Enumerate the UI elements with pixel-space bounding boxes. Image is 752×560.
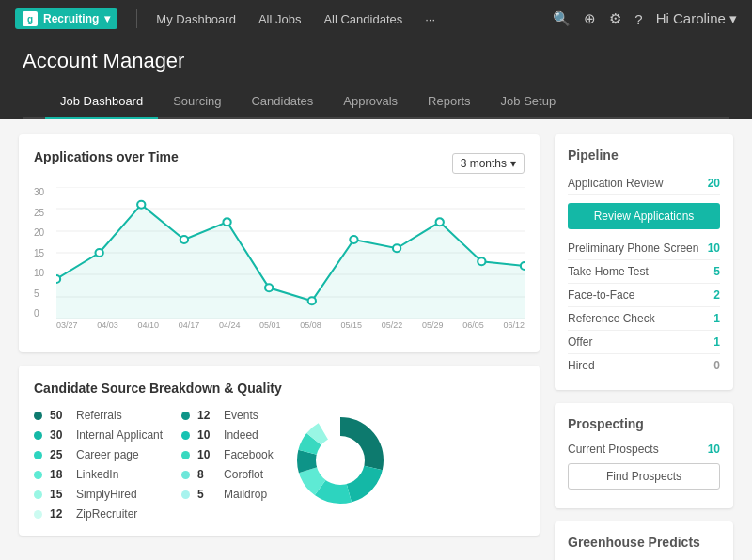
source-breakdown-card: Candidate Source Breakdown & Quality 50 … <box>19 366 540 536</box>
time-period-select[interactable]: 3 months ▾ <box>452 153 525 174</box>
svg-point-19 <box>521 262 525 270</box>
svg-point-10 <box>137 201 145 209</box>
svg-point-13 <box>265 284 273 291</box>
chevron-down-icon: ▾ <box>510 157 516 170</box>
pipeline-rows: Application Review 20 Review Application… <box>568 172 720 377</box>
svg-point-18 <box>478 257 485 265</box>
source-label: Coroflot <box>224 468 263 481</box>
source-number: 30 <box>50 428 69 442</box>
source-item: 8 Coroflot <box>181 468 274 481</box>
applications-chart-card: Applications over Time 3 months ▾ 30 25 … <box>19 134 540 352</box>
pipeline-card: Pipeline Application Review 20 Review Ap… <box>555 134 733 390</box>
brand-dropdown-icon[interactable]: ▾ <box>104 12 110 25</box>
donut-chart <box>289 409 392 512</box>
add-icon[interactable]: ⊕ <box>584 10 596 27</box>
brand-name: Recruiting <box>43 12 99 25</box>
help-icon[interactable]: ? <box>634 11 642 27</box>
nav-links: My Dashboard All Jobs All Candidates ··· <box>152 8 439 30</box>
nav-all-jobs[interactable]: All Jobs <box>255 8 306 30</box>
time-period-label: 3 months <box>461 157 507 170</box>
right-panel: Pipeline Application Review 20 Review Ap… <box>555 134 733 560</box>
pipeline-row-offer: Offer 1 <box>568 331 720 354</box>
tab-approvals[interactable]: Approvals <box>328 85 413 119</box>
pipeline-row-phone-screen: Preliminary Phone Screen 10 <box>568 237 720 260</box>
tab-reports[interactable]: Reports <box>413 85 486 119</box>
svg-point-27 <box>316 436 365 485</box>
source-label: Career page <box>76 448 139 461</box>
main-content: Applications over Time 3 months ▾ 30 25 … <box>0 119 752 560</box>
chart-header: Applications over Time 3 months ▾ <box>34 149 525 178</box>
source-col-2: 12 Events 10 Indeed 10 Facebook 8 Corofl… <box>181 409 274 521</box>
prospecting-card: Prospecting Current Prospects 10 Find Pr… <box>555 403 733 508</box>
pipeline-row-reference-check: Reference Check 1 <box>568 307 720 331</box>
source-dot <box>34 412 42 420</box>
source-title: Candidate Source Breakdown & Quality <box>34 381 525 396</box>
source-item: 30 Internal Applicant <box>34 428 163 442</box>
top-nav: g Recruiting ▾ My Dashboard All Jobs All… <box>0 0 752 38</box>
chart-svg-area <box>56 187 525 319</box>
svg-point-11 <box>180 236 188 243</box>
nav-all-candidates[interactable]: All Candidates <box>320 8 406 30</box>
svg-point-8 <box>56 275 60 283</box>
pipeline-row-take-home: Take Home Test 5 <box>568 260 720 284</box>
line-chart-svg <box>56 187 525 319</box>
source-columns: 50 Referrals 30 Internal Applicant 25 Ca… <box>34 409 274 521</box>
search-icon[interactable]: 🔍 <box>553 10 571 27</box>
source-label: Facebook <box>224 448 274 461</box>
svg-point-12 <box>223 218 230 226</box>
source-item: 12 Events <box>181 409 274 422</box>
source-item: 50 Referrals <box>34 409 163 422</box>
tab-candidates[interactable]: Candidates <box>236 85 328 119</box>
prospecting-title: Prospecting <box>568 416 720 431</box>
source-col-1: 50 Referrals 30 Internal Applicant 25 Ca… <box>34 409 163 521</box>
source-number: 10 <box>197 448 216 461</box>
source-item: 5 Maildrop <box>181 488 274 501</box>
greenhouse-icon: g <box>23 11 38 26</box>
tab-bar: Job Dashboard Sourcing Candidates Approv… <box>23 85 729 119</box>
source-item: 10 Facebook <box>181 448 274 461</box>
source-number: 15 <box>50 488 69 501</box>
source-dot <box>181 412 190 420</box>
page-header: Account Manager Job Dashboard Sourcing C… <box>0 38 752 119</box>
source-number: 8 <box>197 468 216 481</box>
nav-actions: 🔍 ⊕ ⚙ ? Hi Caroline ▾ <box>553 10 737 27</box>
source-label: SimplyHired <box>76 488 137 501</box>
nav-separator <box>136 9 137 28</box>
source-dot <box>34 431 42 440</box>
source-dot <box>34 490 42 499</box>
brand-logo[interactable]: g Recruiting ▾ <box>15 8 118 29</box>
source-number: 25 <box>50 448 69 461</box>
current-prospects-row: Current Prospects 10 <box>568 441 720 458</box>
pipeline-row-hired: Hired 0 <box>568 354 720 377</box>
chart-container: 30 25 20 15 10 5 0 <box>34 187 525 337</box>
pipeline-title: Pipeline <box>568 148 720 163</box>
source-grid: 50 Referrals 30 Internal Applicant 25 Ca… <box>34 409 525 521</box>
find-prospects-button[interactable]: Find Prospects <box>568 463 720 490</box>
nav-my-dashboard[interactable]: My Dashboard <box>152 8 240 30</box>
source-dot <box>34 510 42 519</box>
svg-point-9 <box>96 249 103 257</box>
tab-job-setup[interactable]: Job Setup <box>486 85 572 119</box>
source-number: 12 <box>197 409 216 422</box>
user-menu[interactable]: Hi Caroline ▾ <box>656 10 737 27</box>
pipeline-row-face-to-face: Face-to-Face 2 <box>568 284 720 307</box>
predicts-title: Greenhouse Predicts <box>568 535 720 550</box>
nav-more[interactable]: ··· <box>421 8 439 30</box>
source-dot <box>34 471 42 479</box>
source-label: Maildrop <box>224 488 267 501</box>
x-axis-labels: 03/27 04/03 04/10 04/17 04/24 05/01 05/0… <box>56 320 525 337</box>
left-panel: Applications over Time 3 months ▾ 30 25 … <box>19 134 540 560</box>
source-number: 10 <box>197 428 216 442</box>
source-item: 18 LinkedIn <box>34 468 163 481</box>
settings-icon[interactable]: ⚙ <box>609 10 621 27</box>
svg-point-16 <box>393 244 400 252</box>
review-applications-button[interactable]: Review Applications <box>568 203 720 229</box>
tab-job-dashboard[interactable]: Job Dashboard <box>45 85 158 119</box>
source-dot <box>181 490 190 499</box>
source-item: 15 SimplyHired <box>34 488 163 501</box>
source-label: Events <box>224 409 258 422</box>
source-dot <box>181 451 190 459</box>
tab-sourcing[interactable]: Sourcing <box>158 85 236 119</box>
source-item: 25 Career page <box>34 448 163 461</box>
source-number: 18 <box>50 468 69 481</box>
